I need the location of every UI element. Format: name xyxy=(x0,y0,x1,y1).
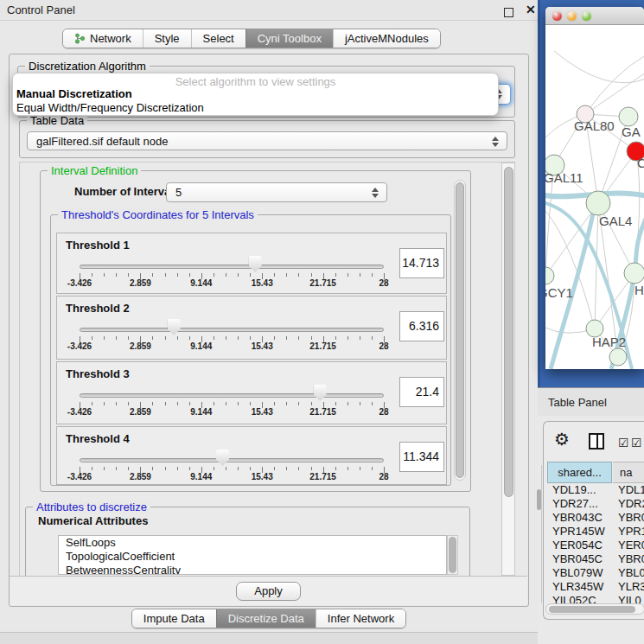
threshold-value-field[interactable]: 11.344 xyxy=(399,442,444,472)
window-close-icon[interactable] xyxy=(552,11,562,21)
slider-track[interactable] xyxy=(80,393,384,398)
tab-label: Cyni Toolbox xyxy=(258,29,322,48)
tab-label: Network xyxy=(90,29,131,48)
network-node[interactable] xyxy=(545,267,554,284)
checkbox-icon[interactable]: ☑ xyxy=(618,436,629,450)
slider-tick xyxy=(226,273,226,277)
tab-style[interactable]: Style xyxy=(143,29,191,48)
threshold-value-field[interactable]: 14.713 xyxy=(399,248,444,278)
viewport-scrollbar-thumb[interactable] xyxy=(504,167,513,497)
attribute-list-item[interactable]: BetweennessCentrality xyxy=(59,564,446,575)
slider-tick xyxy=(116,336,117,340)
table-data-combobox[interactable]: galFiltered.sif default node xyxy=(27,131,507,150)
table-row[interactable]: YER054CYER0 xyxy=(547,539,644,552)
network-node-label: GAL80 xyxy=(574,118,615,133)
network-icon xyxy=(74,33,86,44)
number-of-intervals-label: Number of Intervals xyxy=(74,185,180,198)
slider-tick xyxy=(335,402,336,405)
slider-tick-label: 9.144 xyxy=(190,278,212,288)
network-node-label: GAL4 xyxy=(599,214,632,228)
network-edge[interactable] xyxy=(554,51,644,83)
tab-impute-data[interactable]: Impute Data xyxy=(132,609,216,628)
interval-group-scrollbar-thumb[interactable] xyxy=(456,182,464,478)
tab-cyni-toolbox[interactable]: Cyni Toolbox xyxy=(245,29,333,48)
table-row[interactable]: YBR045CYBR0 xyxy=(547,552,644,566)
table-horizontal-scrollbar-thumb[interactable] xyxy=(549,606,635,613)
slider-tick xyxy=(92,336,92,340)
window-minimize-icon[interactable] xyxy=(567,11,577,21)
network-canvas[interactable]: GAL80GACGAL11GAL4GCY1HHAP2 xyxy=(545,25,644,369)
tab-select[interactable]: Select xyxy=(191,29,245,48)
table-row[interactable]: YLR345WYLR3 xyxy=(547,580,644,594)
apply-button-strip: Apply xyxy=(10,576,527,605)
slider-tick-label: 2.859 xyxy=(130,472,151,481)
network-window-titlebar[interactable] xyxy=(545,7,644,25)
combo-stepper-icon[interactable] xyxy=(489,135,501,149)
table-data-group: Table Data galFiltered.sif default node xyxy=(19,120,515,158)
apply-button[interactable]: Apply xyxy=(236,582,301,601)
attribute-list-item[interactable]: TopologicalCoefficient xyxy=(59,550,446,564)
tab-network[interactable]: Network xyxy=(63,29,143,48)
slider-tick xyxy=(274,273,275,277)
slider-handle[interactable] xyxy=(168,319,181,335)
network-edge[interactable] xyxy=(545,203,598,276)
network-view-window[interactable]: GAL80GACGAL11GAL4GCY1HHAP2 xyxy=(545,7,644,369)
network-edge[interactable] xyxy=(545,211,595,328)
slider-tick-label: -3.426 xyxy=(67,472,92,481)
table-cell-name: YBL0 xyxy=(618,566,644,579)
gear-icon[interactable]: ⚙ xyxy=(554,429,570,450)
network-edge[interactable] xyxy=(595,203,598,328)
table-horizontal-scrollbar[interactable] xyxy=(545,603,644,615)
attributes-list-scrollbar-thumb[interactable] xyxy=(449,537,456,573)
table-cell-shared-name: YBR043C xyxy=(552,511,603,524)
slider-tick xyxy=(335,336,336,340)
interval-group-scrollbar[interactable] xyxy=(454,180,466,481)
table-row[interactable]: YPR145WYPR1 xyxy=(547,525,644,539)
threshold-value-field[interactable]: 21.4 xyxy=(399,377,444,407)
close-panel-icon[interactable]: ✕ xyxy=(526,3,536,16)
checkbox-icon[interactable]: ☑ xyxy=(631,436,642,450)
dropdown-option-equal-width-frequency[interactable]: Equal Width/Frequency Discretization xyxy=(16,101,204,114)
slider-handle[interactable] xyxy=(216,450,229,466)
slider-handle[interactable] xyxy=(249,256,262,272)
table-cell-name: YPR1 xyxy=(618,525,644,538)
tab-jactivemnodules[interactable]: jActiveMNodules xyxy=(333,29,440,48)
dropdown-option-manual-discretization[interactable]: Manual Discretization xyxy=(16,87,132,100)
network-node[interactable] xyxy=(619,107,638,126)
float-panel-icon[interactable] xyxy=(504,8,513,17)
slider-tick xyxy=(238,273,239,277)
column-header-name[interactable]: na xyxy=(613,462,644,483)
network-edge[interactable] xyxy=(585,55,644,114)
slider-track[interactable] xyxy=(80,265,384,269)
numerical-attributes-list[interactable]: SelfLoopsTopologicalCoefficientBetweenne… xyxy=(58,535,447,575)
combo-stepper-icon[interactable] xyxy=(369,186,380,200)
slider-tick xyxy=(128,336,129,340)
tab-infer-network[interactable]: Infer Network xyxy=(316,609,405,628)
table-row[interactable]: YBR043CYBR0 xyxy=(547,511,644,525)
slider-handle[interactable] xyxy=(314,385,327,401)
slider-tick xyxy=(152,273,153,277)
network-node-label: GA xyxy=(622,124,641,139)
slider-track[interactable] xyxy=(80,328,384,332)
table-row[interactable]: YBL079WYBL0 xyxy=(547,566,644,580)
dropdown-placeholder-item[interactable]: Select algorithm to view settings xyxy=(13,75,498,88)
column-header-shared-name[interactable]: shared... xyxy=(547,462,612,483)
window-zoom-icon[interactable] xyxy=(582,11,591,21)
table-vertical-scrollbar-thumb[interactable] xyxy=(537,489,541,510)
network-node[interactable] xyxy=(586,191,610,215)
table-row[interactable]: YDL19...YDL1 xyxy=(547,483,644,497)
slider-tick-label: 9.144 xyxy=(190,472,212,481)
slider-tick xyxy=(360,336,360,340)
network-node[interactable] xyxy=(609,348,627,366)
tab-discretize-data[interactable]: Discretize Data xyxy=(216,609,316,628)
slider-track[interactable] xyxy=(80,458,384,462)
attribute-list-item[interactable]: SelfLoops xyxy=(59,536,446,550)
network-node[interactable] xyxy=(624,263,644,284)
table-row[interactable]: YDR27...YDR2 xyxy=(547,497,644,511)
slider-tick xyxy=(250,273,251,277)
number-of-intervals-combobox[interactable]: 5 xyxy=(166,182,387,202)
viewport-scrollbar[interactable] xyxy=(501,163,515,576)
threshold-value-field[interactable]: 6.316 xyxy=(399,311,444,341)
column-layout-icon[interactable] xyxy=(589,433,604,450)
table-panel-body: ⚙ ☑ ☑ shared... na YDL19...YDL1YDR27...Y… xyxy=(543,421,644,620)
